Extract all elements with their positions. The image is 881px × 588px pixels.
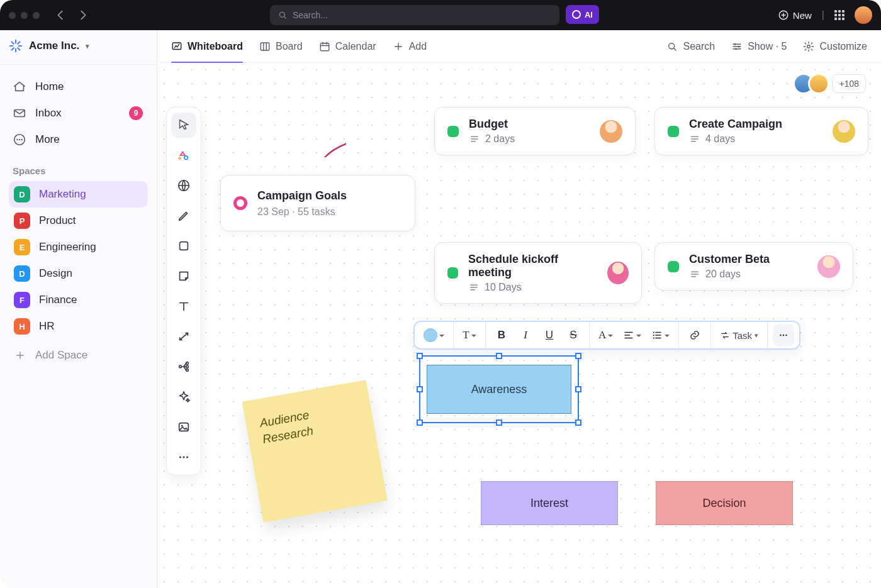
resize-handle[interactable] bbox=[496, 353, 502, 359]
svg-line-8 bbox=[18, 42, 20, 44]
sidebar-item-label: Inbox bbox=[35, 107, 62, 119]
tool-select[interactable] bbox=[171, 113, 196, 138]
sidebar-section-spaces: Spaces bbox=[13, 165, 144, 176]
sidebar-space-hr[interactable]: H HR bbox=[9, 313, 148, 340]
shape-decision[interactable]: Decision bbox=[656, 481, 793, 525]
connector-icon bbox=[177, 330, 191, 343]
assignee-avatar[interactable] bbox=[600, 120, 622, 143]
tool-pen[interactable] bbox=[171, 203, 196, 228]
tool-ai[interactable] bbox=[171, 384, 196, 409]
tool-shape[interactable] bbox=[171, 233, 196, 258]
svg-rect-16 bbox=[261, 43, 269, 50]
ai-button[interactable]: AI bbox=[566, 5, 599, 24]
svg-rect-30 bbox=[179, 423, 189, 431]
image-icon bbox=[177, 420, 191, 434]
assignee-avatar[interactable] bbox=[833, 120, 855, 143]
text-format-toolbar: T B I U S A bbox=[413, 321, 800, 350]
sidebar-space-product[interactable]: P Product bbox=[9, 208, 148, 234]
link-button[interactable] bbox=[684, 324, 705, 347]
resize-handle[interactable] bbox=[417, 353, 423, 359]
tab-label: Whiteboard bbox=[188, 41, 243, 52]
text-color-button[interactable]: A bbox=[595, 324, 617, 347]
workspace-switcher[interactable]: Acme Inc. ▾ bbox=[9, 39, 148, 53]
home-icon bbox=[13, 80, 26, 94]
sidebar-item-more[interactable]: More bbox=[9, 126, 148, 153]
resize-handle[interactable] bbox=[575, 419, 581, 426]
search-placeholder: Search... bbox=[293, 10, 328, 20]
svg-point-39 bbox=[783, 335, 785, 336]
shape-awareness[interactable]: Awareness bbox=[427, 365, 571, 414]
list-button[interactable] bbox=[648, 324, 673, 347]
sidebar-item-inbox[interactable]: Inbox 9 bbox=[9, 100, 148, 126]
whiteboard-canvas[interactable]: +108 bbox=[157, 63, 881, 588]
tool-connector[interactable] bbox=[171, 324, 196, 349]
presence-more[interactable]: +108 bbox=[832, 74, 866, 93]
view-search-button[interactable]: Search bbox=[666, 41, 715, 52]
window-controls[interactable] bbox=[9, 12, 40, 19]
tool-mindmap[interactable] bbox=[171, 354, 196, 379]
square-icon bbox=[177, 239, 191, 253]
card-title: Schedule kickoff meeting bbox=[468, 253, 597, 279]
tool-web[interactable] bbox=[171, 173, 196, 198]
show-button[interactable]: Show · 5 bbox=[731, 41, 787, 52]
resize-handle[interactable] bbox=[496, 419, 502, 426]
tool-text[interactable] bbox=[171, 294, 196, 319]
card-title: Create Campaign bbox=[689, 118, 782, 131]
task-card-campaign-goals[interactable]: Campaign Goals 23 Sep · 55 tasks bbox=[220, 175, 415, 231]
assignee-avatar[interactable] bbox=[817, 255, 840, 278]
add-view-button[interactable]: Add bbox=[393, 30, 427, 63]
tool-templates[interactable] bbox=[171, 143, 196, 168]
mindmap-icon bbox=[177, 360, 191, 374]
task-card-customer-beta[interactable]: Customer Beta 20 days bbox=[654, 242, 853, 291]
resize-handle[interactable] bbox=[575, 353, 581, 359]
ellipsis-icon bbox=[177, 450, 191, 464]
plus-circle-icon bbox=[778, 9, 789, 21]
user-avatar[interactable] bbox=[855, 6, 872, 24]
strikethrough-button[interactable]: S bbox=[563, 324, 584, 347]
customize-button[interactable]: Customize bbox=[803, 41, 867, 52]
convert-task-button[interactable]: Task ▾ bbox=[716, 324, 762, 347]
italic-button[interactable]: I bbox=[515, 324, 536, 347]
tab-whiteboard[interactable]: Whiteboard bbox=[171, 30, 243, 63]
tab-board[interactable]: Board bbox=[259, 30, 303, 63]
sidebar-space-marketing[interactable]: D Marketing bbox=[9, 181, 148, 208]
resize-handle[interactable] bbox=[417, 386, 423, 392]
resize-handle[interactable] bbox=[417, 419, 423, 426]
task-card-create-campaign[interactable]: Create Campaign 4 days bbox=[654, 107, 868, 155]
svg-point-13 bbox=[19, 139, 20, 140]
apps-icon[interactable] bbox=[834, 10, 845, 20]
more-format-button[interactable] bbox=[773, 324, 794, 347]
presence-avatar[interactable] bbox=[808, 73, 829, 94]
fill-color-button[interactable] bbox=[420, 324, 448, 347]
global-search-input[interactable]: Search... bbox=[270, 5, 559, 25]
customize-label: Customize bbox=[819, 41, 867, 52]
link-icon bbox=[689, 330, 700, 341]
underline-button[interactable]: U bbox=[539, 324, 560, 347]
task-card-budget[interactable]: Budget 2 days bbox=[434, 107, 636, 155]
sidebar-item-home[interactable]: Home bbox=[9, 74, 148, 100]
nav-back-button[interactable] bbox=[52, 7, 69, 23]
sticky-note[interactable]: Audience Research bbox=[242, 380, 388, 523]
sidebar-space-design[interactable]: D Design bbox=[9, 260, 148, 287]
description-icon bbox=[469, 133, 480, 145]
resize-handle[interactable] bbox=[575, 386, 581, 392]
new-button[interactable]: New bbox=[778, 9, 812, 21]
bold-button[interactable]: B bbox=[491, 324, 512, 347]
tab-calendar[interactable]: Calendar bbox=[319, 30, 376, 63]
shape-interest[interactable]: Interest bbox=[481, 481, 618, 525]
tool-more[interactable] bbox=[171, 445, 196, 470]
presence-stack[interactable]: +108 bbox=[799, 73, 866, 94]
align-button[interactable] bbox=[619, 324, 645, 347]
sidebar-space-finance[interactable]: F Finance bbox=[9, 287, 148, 313]
text-icon bbox=[177, 299, 191, 313]
tool-sticky[interactable] bbox=[171, 263, 196, 289]
sidebar-space-engineering[interactable]: E Engineering bbox=[9, 234, 148, 260]
task-card-kickoff[interactable]: Schedule kickoff meeting 10 Days bbox=[434, 242, 642, 304]
font-size-button[interactable]: T bbox=[459, 324, 480, 347]
nav-forward-button[interactable] bbox=[75, 7, 91, 23]
svg-point-40 bbox=[785, 335, 787, 336]
tool-image[interactable] bbox=[171, 414, 196, 440]
svg-rect-25 bbox=[180, 242, 188, 250]
assignee-avatar[interactable] bbox=[607, 262, 629, 284]
add-space-button[interactable]: Add Space bbox=[9, 342, 148, 369]
